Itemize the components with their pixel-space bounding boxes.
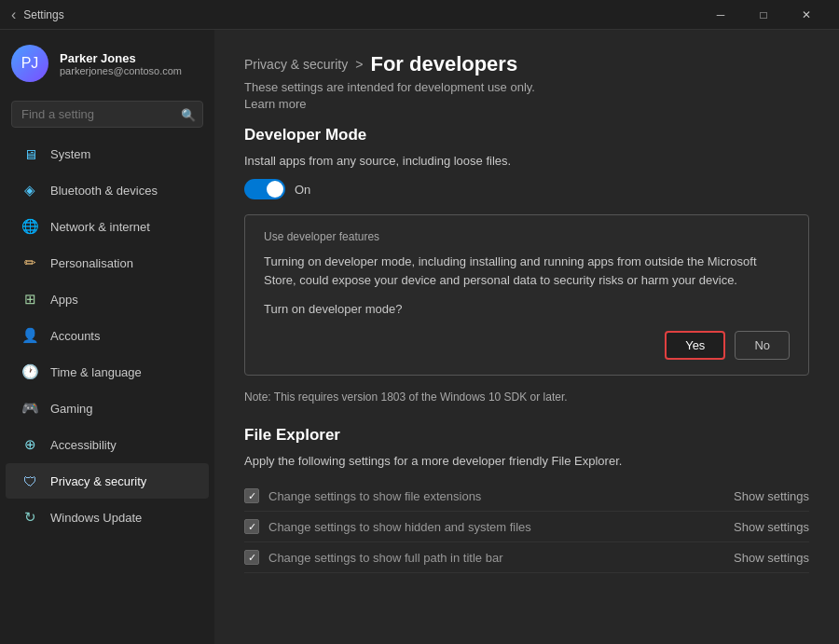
sidebar-item-label: Personalisation	[50, 256, 133, 270]
file-option-label-0: Change settings to show file extensions	[268, 489, 481, 503]
checkbox-fullpath[interactable]	[244, 550, 259, 565]
sidebar-item-bluetooth[interactable]: ◈ Bluetooth & devices	[6, 172, 209, 208]
breadcrumb-separator: >	[355, 57, 363, 72]
checkbox-extensions[interactable]	[244, 488, 259, 503]
sidebar-item-system[interactable]: 🖥 System	[6, 136, 209, 171]
sidebar-item-label: Apps	[50, 293, 78, 307]
developer-mode-toggle[interactable]	[244, 179, 285, 199]
developer-mode-description: Install apps from any source, including …	[244, 154, 809, 168]
gaming-icon: 🎮	[21, 399, 39, 418]
developer-features-box: Use developer features Turning on develo…	[244, 214, 809, 376]
file-option-row-0: Change settings to show file extensions …	[244, 481, 809, 512]
dev-mode-box-text: Turning on developer mode, including ins…	[264, 253, 790, 289]
sidebar-item-privacy[interactable]: 🛡 Privacy & security	[6, 463, 209, 499]
show-settings-link-0[interactable]: Show settings	[734, 489, 809, 503]
sidebar-search: 🔍	[11, 101, 203, 128]
checkbox-hidden[interactable]	[244, 519, 259, 534]
accounts-icon: 👤	[21, 326, 39, 345]
sidebar-item-accessibility[interactable]: ⊕ Accessibility	[6, 427, 209, 462]
accessibility-icon: ⊕	[21, 435, 39, 454]
sidebar-item-label: System	[50, 147, 90, 161]
minimize-button[interactable]: ─	[699, 0, 742, 30]
file-option-label-2: Change settings to show full path in tit…	[268, 551, 502, 565]
sidebar-item-label: Network & internet	[50, 220, 150, 234]
breadcrumb-parent[interactable]: Privacy & security	[244, 57, 348, 72]
developer-mode-title: Developer Mode	[244, 126, 809, 144]
title-bar-left: ‹ Settings	[11, 7, 64, 23]
sidebar: PJ Parker Jones parkerjones@contoso.com …	[0, 30, 214, 644]
page-description: These settings are intended for developm…	[244, 80, 809, 94]
file-option-row-1: Change settings to show hidden and syste…	[244, 512, 809, 542]
dev-mode-question: Turn on developer mode?	[264, 302, 790, 316]
file-explorer-section: File Explorer Apply the following settin…	[244, 426, 809, 573]
toggle-row: On	[244, 179, 809, 199]
learn-more-link[interactable]: Learn more	[244, 97, 306, 111]
privacy-icon: 🛡	[21, 472, 39, 490]
app-layout: PJ Parker Jones parkerjones@contoso.com …	[0, 30, 839, 644]
sidebar-item-label: Windows Update	[50, 511, 142, 525]
sidebar-item-accounts[interactable]: 👤 Accounts	[6, 318, 209, 353]
file-option-left-0: Change settings to show file extensions	[244, 488, 481, 503]
sidebar-item-label: Gaming	[50, 402, 93, 416]
show-settings-link-2[interactable]: Show settings	[734, 551, 809, 565]
time-icon: 🕐	[21, 363, 39, 381]
back-button[interactable]: ‹	[11, 7, 16, 23]
developer-mode-section: Developer Mode Install apps from any sou…	[244, 126, 809, 404]
yes-button[interactable]: Yes	[665, 331, 725, 360]
sidebar-item-label: Accounts	[50, 329, 100, 343]
dev-mode-buttons: Yes No	[264, 331, 790, 360]
sidebar-item-apps[interactable]: ⊞ Apps	[6, 281, 209, 317]
avatar-initials: PJ	[21, 55, 39, 72]
profile-email: parkerjones@contoso.com	[60, 65, 182, 76]
app-title: Settings	[23, 8, 63, 21]
main-content: Privacy & security > For developers Thes…	[214, 30, 839, 644]
network-icon: 🌐	[21, 217, 39, 236]
personalisation-icon: ✏	[21, 253, 39, 272]
profile-info: Parker Jones parkerjones@contoso.com	[60, 51, 182, 76]
sidebar-item-label: Accessibility	[50, 438, 117, 452]
sidebar-item-update[interactable]: ↻ Windows Update	[6, 500, 209, 535]
title-bar-controls: ─ □ ✕	[699, 0, 828, 30]
note-text: Note: This requires version 1803 of the …	[244, 391, 809, 404]
system-icon: 🖥	[21, 144, 39, 163]
sidebar-profile[interactable]: PJ Parker Jones parkerjones@contoso.com	[0, 30, 214, 97]
maximize-button[interactable]: □	[742, 0, 785, 30]
file-explorer-title: File Explorer	[244, 426, 809, 445]
file-option-row-2: Change settings to show full path in tit…	[244, 542, 809, 573]
apps-icon: ⊞	[21, 290, 39, 308]
breadcrumb: Privacy & security > For developers	[244, 52, 809, 76]
sidebar-item-label: Privacy & security	[50, 474, 146, 488]
sidebar-nav: 🖥 System ◈ Bluetooth & devices 🌐 Network…	[0, 135, 214, 644]
sidebar-item-label: Bluetooth & devices	[50, 184, 158, 198]
file-explorer-description: Apply the following settings for a more …	[244, 454, 809, 468]
sidebar-item-network[interactable]: 🌐 Network & internet	[6, 209, 209, 244]
sidebar-item-personalisation[interactable]: ✏ Personalisation	[6, 245, 209, 281]
page-header: Privacy & security > For developers Thes…	[244, 52, 809, 111]
avatar: PJ	[11, 45, 48, 82]
sidebar-item-gaming[interactable]: 🎮 Gaming	[6, 391, 209, 426]
file-option-left-1: Change settings to show hidden and syste…	[244, 519, 531, 534]
close-button[interactable]: ✕	[785, 0, 828, 30]
toggle-label: On	[295, 183, 310, 197]
file-option-left-2: Change settings to show full path in tit…	[244, 550, 502, 565]
title-bar: ‹ Settings ─ □ ✕	[0, 0, 839, 30]
file-option-label-1: Change settings to show hidden and syste…	[268, 520, 531, 534]
sidebar-item-time[interactable]: 🕐 Time & language	[6, 354, 209, 390]
update-icon: ↻	[21, 508, 39, 527]
toggle-thumb	[267, 181, 283, 198]
use-dev-features-title: Use developer features	[264, 230, 790, 243]
search-input[interactable]	[11, 101, 203, 128]
sidebar-item-label: Time & language	[50, 365, 142, 379]
no-button[interactable]: No	[735, 331, 790, 360]
show-settings-link-1[interactable]: Show settings	[734, 520, 809, 534]
profile-name: Parker Jones	[60, 51, 182, 65]
bluetooth-icon: ◈	[21, 181, 39, 199]
breadcrumb-current: For developers	[370, 52, 517, 76]
